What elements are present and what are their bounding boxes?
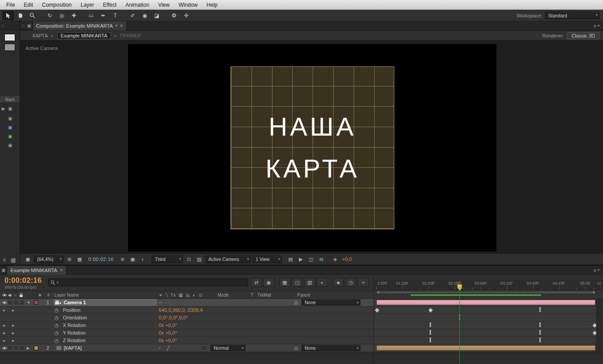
stopwatch-icon[interactable]: ◷ [54, 306, 59, 314]
property-name[interactable]: Z Rotation [63, 337, 86, 344]
clone-stamp-tool-icon[interactable]: ◉ [139, 11, 150, 20]
breadcrumb-nested-comp[interactable]: ПРИМЕР [120, 33, 141, 38]
left-strip-header[interactable]: ∷ [0, 21, 20, 30]
prev-keyframe-icon[interactable]: ◀ [2, 306, 4, 314]
property-name[interactable]: Orientation [63, 314, 87, 321]
timeline-tab[interactable]: Example MINIKARTA × [7, 266, 66, 275]
switches-cell-icon[interactable]: ╌ [159, 299, 162, 306]
mask-shape-tool-icon[interactable]: ▭ [86, 11, 97, 20]
eye-icon[interactable] [2, 346, 7, 350]
prev-keyframe-icon[interactable]: ◀ [2, 337, 4, 344]
eraser-tool-icon[interactable]: ◪ [151, 11, 162, 20]
current-time-indicator[interactable] [459, 281, 460, 364]
property-value[interactable]: 0,0°,0,0°,0,0° [159, 314, 188, 321]
resolution-dropdown[interactable]: Third ▾ [152, 256, 183, 263]
layer-row-camera[interactable]: ▼ 1 Camera 1 ╌ ◎ None ▾ [0, 299, 373, 306]
render-queue-icon[interactable]: ▦ [11, 257, 16, 263]
selection-tool-icon[interactable] [3, 11, 14, 20]
show-snapshot-icon[interactable]: ▣ [128, 255, 137, 263]
solo-cell[interactable] [13, 345, 19, 351]
mode-column-header[interactable]: Mode [218, 291, 229, 299]
brush-tool-icon[interactable]: ✐ [127, 11, 138, 20]
solo-icon[interactable]: ○ [14, 291, 17, 299]
item-icon[interactable]: ▣ [8, 143, 12, 148]
property-value[interactable]: 0x +0,0° [159, 337, 177, 344]
track-row-x-rotation[interactable]: I I [374, 322, 603, 329]
prev-keyframe-icon[interactable]: ◀ [2, 322, 4, 329]
rotation-tool-icon[interactable]: ↻ [44, 11, 55, 20]
keyframe-hold-icon[interactable]: I [429, 337, 432, 343]
graph-editor-icon[interactable]: ≈ [358, 278, 369, 287]
frame-blending-icon[interactable]: ▧ [304, 278, 315, 287]
switches-column-icons[interactable]: ✦ ╲ fx ▦ ◎ ◐ ⊙ [159, 291, 203, 299]
property-row-x-rotation[interactable]: ◀ ▶ ◷ X Rotation 0x +0,0° [0, 322, 373, 329]
keyframe-hold-icon[interactable]: I [539, 337, 541, 343]
keyframe-hold-icon[interactable]: I [539, 322, 541, 328]
panel-menu-button[interactable]: ≡ ▾ [594, 268, 599, 273]
menu-layer[interactable]: Layer [76, 2, 99, 8]
comp-flowchart-icon[interactable]: ⊟ [317, 255, 326, 263]
item-icon[interactable]: ▣ [8, 116, 12, 121]
close-icon[interactable]: × [120, 24, 123, 28]
track-row-position[interactable]: I [374, 306, 603, 314]
zoom-tool-icon[interactable] [27, 11, 38, 20]
keyframe-hold-icon[interactable]: I [539, 330, 541, 336]
hand-tool-icon[interactable] [15, 11, 26, 20]
stopwatch-icon[interactable]: ◷ [54, 337, 59, 344]
time-ruler[interactable]: 1:00F 01:15F 02:00F 02:15F 03:00F 03:15F… [374, 280, 603, 290]
mini-flowchart-icon[interactable]: ⇄ [251, 278, 262, 287]
layer-name-column-header[interactable]: Layer Name [54, 291, 78, 299]
menu-file[interactable]: File [2, 2, 19, 8]
property-row-y-rotation[interactable]: ◀ ▶ ◷ Y Rotation 0x +0,0° [0, 329, 373, 337]
stopwatch-icon[interactable]: ◷ [54, 314, 59, 321]
view-layout-dropdown[interactable]: 1 View ▾ [252, 256, 282, 263]
label-color-swatch[interactable] [34, 300, 38, 305]
lock-cell[interactable] [19, 300, 25, 305]
track-row-camera[interactable] [374, 299, 603, 306]
draft-3d-icon[interactable]: ▦ [279, 278, 290, 287]
property-row-z-rotation[interactable]: ◀ ▶ ◷ Z Rotation 0x +0,0° [0, 337, 373, 344]
work-area-end-handle[interactable] [593, 291, 595, 294]
live-update-icon[interactable]: ◉ [263, 278, 274, 287]
keyframe-diamond-icon[interactable] [375, 308, 380, 313]
hide-shy-icon[interactable]: ◫ [292, 278, 303, 287]
menu-animation[interactable]: Animation [121, 2, 153, 8]
panel-menu-button[interactable]: ≡ ▾ [594, 23, 599, 29]
track-row-karta[interactable] [374, 344, 603, 352]
always-preview-icon[interactable]: ▣ [24, 255, 32, 263]
property-value[interactable]: 0x +0,0° [159, 329, 177, 336]
snapshot-icon[interactable]: ⊚ [118, 255, 127, 263]
transparency-grid-icon[interactable]: ▨ [195, 255, 203, 263]
parent-pickwhip-icon[interactable]: ◎ [294, 299, 298, 306]
layer-name[interactable]: [КАРТА] [64, 344, 82, 352]
chevron-down-icon[interactable]: ▾ [57, 281, 58, 285]
exposure-value[interactable]: +0,0 [342, 256, 352, 262]
stopwatch-icon[interactable]: ◷ [54, 329, 59, 336]
work-area-bar[interactable] [376, 291, 595, 294]
menu-help[interactable]: Help [202, 2, 222, 8]
next-keyframe-icon[interactable]: ▶ [12, 322, 14, 329]
current-time-display[interactable]: 0:00:02:16 [88, 256, 114, 262]
mask-visibility-icon[interactable]: ▦ [75, 255, 84, 263]
unified-camera-tool-icon[interactable]: ◎ [56, 11, 67, 20]
preview-swatch-gray[interactable] [4, 44, 15, 51]
next-keyframe-icon[interactable]: ▶ [12, 329, 14, 337]
item-icon[interactable]: ▣ [8, 106, 12, 111]
3d-switch-cell[interactable] [202, 345, 207, 351]
camera-layer-duration-bar[interactable] [376, 300, 595, 305]
auto-keyframe-icon[interactable]: ◷ [345, 278, 356, 287]
trkmat-column-header[interactable]: TrkMat [257, 291, 271, 299]
audio-icon[interactable] [8, 293, 13, 298]
composition-viewport[interactable]: Active Camera НАША КАРТА [20, 41, 603, 254]
name-column-header[interactable]: Nam [0, 96, 20, 103]
next-keyframe-icon[interactable]: ▶ [12, 306, 14, 314]
property-name[interactable]: Y Rotation [63, 329, 86, 336]
close-icon[interactable]: × [60, 268, 63, 273]
playhead-handle[interactable] [457, 284, 462, 288]
menu-window[interactable]: Window [174, 2, 202, 8]
property-name[interactable]: X Rotation [63, 322, 86, 329]
mini-timeline-icon[interactable]: ◫ [307, 255, 315, 263]
roto-brush-tool-icon[interactable]: ❂ [169, 11, 180, 20]
lock-cell[interactable] [19, 345, 25, 351]
breadcrumb-project[interactable]: КАРТА [33, 33, 48, 38]
